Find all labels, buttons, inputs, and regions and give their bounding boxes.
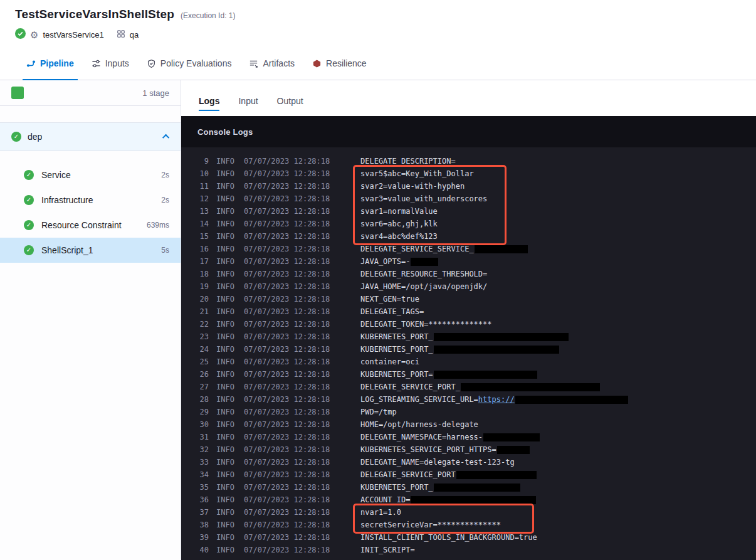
log-line: 32INFO07/07/2023 12:28:18KUBERNETES_SERV… [181, 443, 756, 456]
log-level: INFO [216, 418, 236, 431]
tab-pipeline[interactable]: Pipeline [18, 47, 83, 80]
log-message-text: ACCOUNT_ID= [360, 494, 410, 506]
log-message: svar3=value_with_underscores [360, 193, 487, 205]
log-level: INFO [216, 293, 236, 305]
log-line: 20INFO07/07/2023 12:28:18NEXT_GEN=true [181, 293, 756, 305]
redacted-block [411, 496, 536, 504]
title-row: TestServiceVarsInShellStep (Execution Id… [15, 8, 741, 21]
log-message: svar1=normalValue [360, 205, 438, 218]
log-line-number: 34 [190, 468, 209, 481]
tab-artifacts[interactable]: Artifacts [240, 47, 303, 80]
log-message-text: DELEGATE_SERVICE_SERVICE_ [360, 243, 474, 255]
service-name[interactable]: testVarsService1 [43, 30, 103, 40]
log-message: DELEGATE_TAGS= [360, 305, 424, 318]
step-row-service[interactable]: ✓Service2s [0, 162, 181, 188]
redacted-block [434, 483, 520, 492]
tab-policy-evaluations[interactable]: Policy Evaluations [138, 47, 241, 80]
environment-grid-icon [117, 29, 125, 41]
log-level: INFO [216, 193, 236, 205]
tab-label: Resilience [326, 58, 367, 68]
log-level: INFO [216, 519, 236, 531]
log-scroll-area[interactable]: 9INFO07/07/2023 12:28:18DELEGATE_DESCRIP… [181, 147, 756, 560]
log-tab-logs[interactable]: Logs [199, 96, 219, 116]
log-message-text: KUBERNETES_PORT_ [360, 330, 433, 343]
log-level: INFO [216, 368, 236, 381]
log-line-number: 27 [190, 381, 209, 393]
resilience-icon [312, 59, 322, 68]
log-level: INFO [216, 180, 236, 193]
log-message: secretServiceVar=************** [360, 519, 501, 531]
tab-resilience[interactable]: Resilience [303, 47, 375, 80]
log-message: JAVA_HOME=/opt/java/openjdk/ [360, 280, 487, 293]
log-message: DELEGATE_NAME=delegate-test-123-tg [360, 456, 515, 468]
log-message: svar5$abc=Key_With_Dollar [360, 167, 474, 180]
log-level: INFO [216, 481, 236, 494]
chevron-up-icon[interactable] [162, 134, 169, 141]
log-line: 16INFO07/07/2023 12:28:18DELEGATE_SERVIC… [181, 243, 756, 255]
log-message: KUBERNETES_SERVICE_PORT_HTTPS= [360, 443, 530, 456]
log-level: INFO [216, 468, 236, 481]
log-message: DELEGATE_SERVICE_SERVICE_ [360, 243, 528, 255]
log-message: INIT_SCRIPT= [360, 544, 415, 556]
console-panel: Console Logs 9INFO07/07/2023 12:28:18DEL… [181, 116, 756, 560]
log-tab-output[interactable]: Output [277, 96, 303, 116]
meta-row: ⚙ testVarsService1 qa [15, 28, 741, 41]
tab-label: Policy Evaluations [160, 58, 232, 68]
log-message-link[interactable]: https:// [478, 393, 515, 406]
log-message-text: svar5$abc=Key_With_Dollar [360, 167, 474, 180]
log-line: 17INFO07/07/2023 12:28:18JAVA_OPTS=- [181, 255, 756, 268]
log-level: INFO [216, 155, 236, 167]
log-line: 12INFO07/07/2023 12:28:18svar3=value_wit… [181, 193, 756, 205]
log-line-number: 36 [190, 494, 209, 506]
log-timestamp: 07/07/2023 12:28:18 [244, 368, 332, 381]
log-line: 13INFO07/07/2023 12:28:18svar1=normalVal… [181, 205, 756, 218]
log-timestamp: 07/07/2023 12:28:18 [244, 356, 332, 368]
log-line-number: 35 [190, 481, 209, 494]
log-message-text: KUBERNETES_SERVICE_PORT_HTTPS= [360, 443, 496, 456]
step-row-infrastructure[interactable]: ✓Infrastructure2s [0, 188, 181, 213]
log-message: INSTALL_CLIENT_TOOLS_IN_BACKGROUND=true [360, 531, 537, 544]
redacted-block [515, 396, 628, 404]
log-level: INFO [216, 443, 236, 456]
policy-shield-icon [147, 59, 156, 68]
step-row-resource-constraint[interactable]: ✓Resource Constraint639ms [0, 213, 181, 238]
log-message-text: PWD=/tmp [360, 406, 397, 418]
log-message: KUBERNETES_PORT= [360, 368, 538, 381]
log-content: LogsInputOutput Console Logs 9INFO07/07/… [181, 80, 756, 560]
stage-minimap-swatch[interactable] [11, 87, 24, 99]
log-message-text: nvar1=1.0 [360, 506, 401, 519]
redacted-block [461, 383, 600, 391]
log-message: DELEGATE_DESCRIPTION= [360, 155, 456, 167]
log-line: 40INFO07/07/2023 12:28:18INIT_SCRIPT= [181, 544, 756, 556]
log-timestamp: 07/07/2023 12:28:18 [244, 418, 332, 431]
log-line: 39INFO07/07/2023 12:28:18INSTALL_CLIENT_… [181, 531, 756, 544]
log-line: 35INFO07/07/2023 12:28:18KUBERNETES_PORT… [181, 481, 756, 494]
log-line: 29INFO07/07/2023 12:28:18PWD=/tmp [181, 406, 756, 418]
log-tab-input[interactable]: Input [238, 96, 258, 116]
stage-count-label: 1 stage [142, 88, 169, 98]
environment-name[interactable]: qa [130, 30, 139, 40]
step-duration: 2s [161, 196, 169, 204]
log-timestamp: 07/07/2023 12:28:18 [244, 406, 332, 418]
stage-row-dep[interactable]: ✓ dep [0, 122, 181, 151]
console-section-header[interactable]: Console Logs [181, 116, 756, 147]
step-success-icon: ✓ [24, 220, 34, 230]
log-message-text: HOME=/opt/harness-delegate [360, 418, 478, 431]
log-line: 28INFO07/07/2023 12:28:18LOG_STREAMING_S… [181, 393, 756, 406]
log-line-number: 40 [190, 544, 209, 556]
log-timestamp: 07/07/2023 12:28:18 [244, 167, 332, 180]
tab-inputs[interactable]: Inputs [83, 47, 138, 80]
log-message-text: svar3=value_with_underscores [360, 193, 487, 205]
step-row-shellscript-1[interactable]: ✓ShellScript_15s [0, 238, 181, 263]
log-line-number: 23 [190, 330, 209, 343]
log-line-number: 16 [190, 243, 209, 255]
log-timestamp: 07/07/2023 12:28:18 [244, 218, 332, 230]
log-message: KUBERNETES_PORT_ [360, 330, 569, 343]
log-timestamp: 07/07/2023 12:28:18 [244, 531, 332, 544]
log-message-text: KUBERNETES_PORT= [360, 368, 433, 381]
log-line-number: 19 [190, 280, 209, 293]
log-line: 27INFO07/07/2023 12:28:18DELEGATE_SERVIC… [181, 381, 756, 393]
log-line-number: 13 [190, 205, 209, 218]
log-timestamp: 07/07/2023 12:28:18 [244, 180, 332, 193]
log-message-text: JAVA_OPTS=- [360, 255, 410, 268]
